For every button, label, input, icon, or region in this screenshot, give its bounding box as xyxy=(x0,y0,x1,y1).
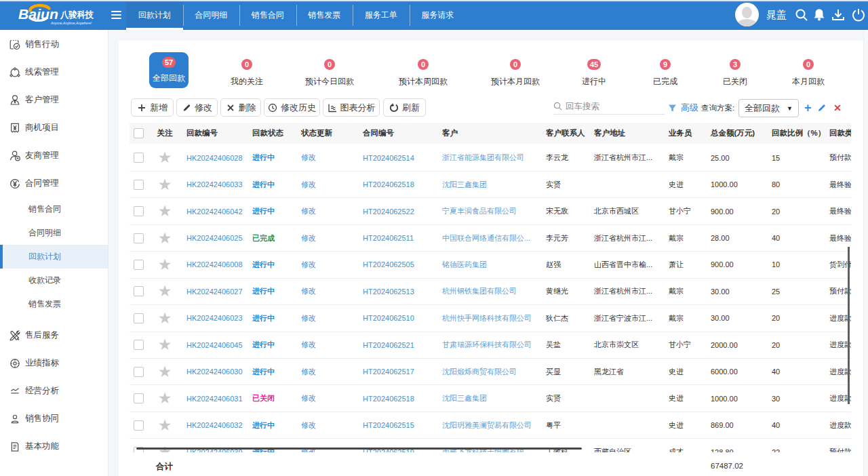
svg-text:Bajun: Bajun xyxy=(18,6,58,22)
svg-text:Anyone,Anytime,Anywhere!: Anyone,Anytime,Anywhere! xyxy=(50,20,92,25)
svg-text:八骏科技: 八骏科技 xyxy=(60,9,94,20)
